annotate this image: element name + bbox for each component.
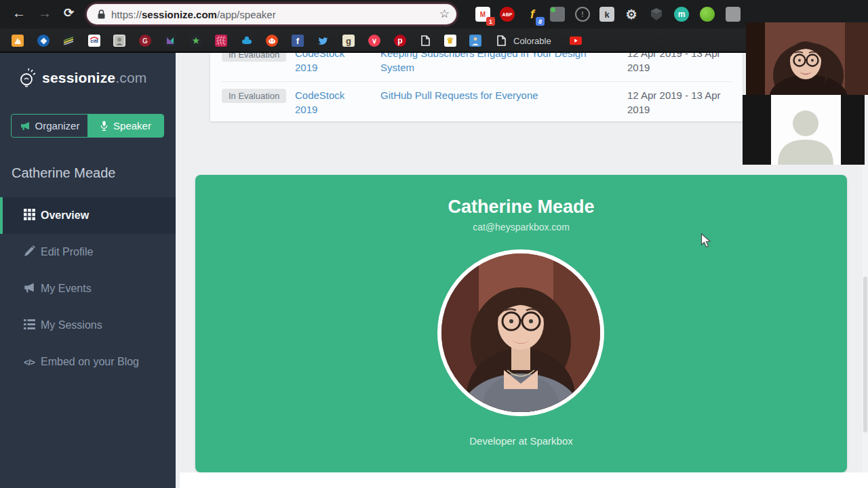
- citi-arc: [90, 36, 99, 40]
- organizer-label: Organizer: [35, 120, 80, 131]
- flash-letter: f: [530, 7, 534, 22]
- status-badge: In Evaluation: [222, 89, 286, 103]
- bookmark-woven-pattern-icon[interactable]: [215, 35, 227, 47]
- goodreads-letter: g: [346, 36, 351, 46]
- bookmark-franklin-portrait-icon[interactable]: [113, 35, 125, 47]
- gmail-extension-icon[interactable]: M 1: [475, 7, 490, 22]
- event-link[interactable]: CodeStock 2019: [295, 53, 356, 75]
- address-bar[interactable]: https://sessionize.com/app/speaker ☆: [87, 4, 456, 24]
- bookmark-eagle-logo-icon[interactable]: [241, 35, 253, 47]
- bookmarks-bar: citi G ★: [0, 28, 868, 53]
- adblock-extension-icon[interactable]: ABP: [500, 7, 515, 22]
- mountain-glyph: [14, 37, 22, 45]
- bookmark-crown-site-icon[interactable]: ♛: [444, 35, 456, 47]
- bookmark-colorable-label[interactable]: Colorable: [513, 36, 551, 46]
- list-icon: [22, 319, 36, 332]
- event-link[interactable]: CodeStock 2019: [295, 88, 356, 117]
- back-icon[interactable]: ←: [12, 5, 26, 21]
- portrait-glyph: [115, 36, 124, 45]
- alert-extension-icon[interactable]: !: [575, 7, 590, 22]
- session-title-link[interactable]: GitHub Pull Requests for Everyone: [380, 88, 597, 102]
- role-toggle: Organizer Speaker: [11, 114, 164, 138]
- m-letter: m: [678, 9, 686, 19]
- gear-glyph: ⚙: [625, 7, 637, 22]
- sidebar-item-label: My Events: [41, 283, 92, 295]
- gear-extension-icon[interactable]: ⚙: [624, 7, 639, 22]
- green-star-glyph: ★: [193, 36, 200, 45]
- sidebar: sessionize.com Organizer Speaker Catheri…: [0, 53, 176, 488]
- bookmark-pinterest-icon[interactable]: p: [394, 35, 406, 47]
- page-glyph: [497, 35, 506, 46]
- megaphone-icon: [22, 283, 36, 296]
- sidebar-nav: Overview Edit Profile My Events: [0, 197, 176, 380]
- capture-dot: [551, 7, 555, 12]
- lightbulb-icon: [18, 68, 37, 88]
- microphone-icon: [100, 121, 108, 131]
- abp-letters: ABP: [502, 12, 513, 17]
- bookmark-star-icon[interactable]: ☆: [439, 7, 450, 21]
- bookmark-star-logo-icon[interactable]: ★: [190, 35, 202, 47]
- pocket-chevron-glyph: ∨: [372, 37, 377, 45]
- inactive-extension-icon[interactable]: [726, 7, 741, 22]
- sidebar-item-label: Overview: [41, 209, 89, 222]
- bookmark-citi-icon[interactable]: citi: [88, 35, 100, 47]
- box-glyph: [650, 7, 663, 21]
- bookmark-goodreads-icon[interactable]: g: [342, 35, 355, 47]
- bookmark-facebook-icon[interactable]: f: [292, 35, 304, 47]
- refresh-icon[interactable]: ⟳: [64, 5, 74, 20]
- bookmark-twitter-icon[interactable]: [317, 35, 329, 47]
- green-extension-icon[interactable]: [700, 7, 715, 22]
- session-title-link[interactable]: Keeping Subscribers Engaged in Your Desi…: [380, 53, 597, 75]
- capture-extension-icon[interactable]: [550, 7, 565, 22]
- facebook-letter: f: [296, 36, 299, 46]
- k-letter: k: [604, 9, 609, 20]
- eagle-glyph: [241, 35, 252, 46]
- person-photo-glyph: [471, 36, 480, 45]
- sidebar-item-label: Embed on your Blog: [41, 356, 139, 368]
- sidebar-item-my-events[interactable]: My Events: [0, 270, 176, 307]
- bookmark-reddit-icon[interactable]: [266, 35, 278, 47]
- screen: ← → ⟳ https://sessionize.com/app/speaker…: [0, 0, 868, 488]
- organizer-button[interactable]: Organizer: [12, 115, 87, 137]
- speaker-button[interactable]: Speaker: [87, 115, 163, 137]
- sidebar-item-embed-blog[interactable]: </> Embed on your Blog: [0, 344, 176, 380]
- sessionize-logo[interactable]: sessionize.com: [18, 68, 147, 88]
- box-extension-icon[interactable]: [649, 7, 664, 22]
- m-extension-icon[interactable]: m: [674, 7, 689, 22]
- pinterest-letter: p: [397, 36, 402, 45]
- k-extension-icon[interactable]: k: [599, 7, 614, 22]
- forward-icon[interactable]: →: [38, 5, 52, 21]
- event-dates: 12 Apr 2019 - 13 Apr 2019: [627, 53, 729, 75]
- mouse-cursor: [701, 233, 712, 251]
- sidebar-user-name: Catherine Meade: [12, 165, 115, 181]
- hourglass-glyph: [166, 37, 174, 45]
- sidebar-item-my-sessions[interactable]: My Sessions: [0, 307, 176, 344]
- person-silhouette-icon: [771, 95, 841, 165]
- flash-extension-icon[interactable]: f 8: [525, 7, 540, 22]
- profile-name: Catherine Meade: [195, 197, 847, 218]
- next-section-card: [180, 472, 868, 488]
- logo-text: sessionize.com: [42, 70, 147, 86]
- bookmark-youtube-icon[interactable]: [570, 35, 582, 47]
- sidebar-item-edit-profile[interactable]: Edit Profile: [0, 234, 176, 270]
- megaphone-icon: [20, 121, 31, 131]
- bookmark-g-badge-icon[interactable]: G: [139, 35, 151, 47]
- scrollbar-thumb[interactable]: [863, 277, 867, 432]
- presenter-video: [746, 22, 868, 95]
- crown-glyph: ♛: [447, 36, 454, 45]
- youtube-glyph: [570, 36, 582, 45]
- gmail-letter: M: [480, 11, 486, 18]
- bookmark-pocket-icon[interactable]: ∨: [368, 35, 380, 47]
- profile-email[interactable]: cat@heysparkbox.com: [195, 222, 847, 232]
- sidebar-item-label: Edit Profile: [41, 246, 93, 258]
- bookmark-striped-card-icon[interactable]: [62, 35, 75, 47]
- bookmark-profile-person-icon[interactable]: [469, 35, 481, 47]
- bookmark-orange-logo-icon[interactable]: [12, 35, 24, 47]
- bookmark-colorable-page-icon[interactable]: [495, 35, 507, 47]
- bookmark-page-icon[interactable]: [419, 35, 431, 47]
- alert-mark: !: [581, 11, 583, 18]
- bookmark-hourglass-logo-icon[interactable]: [164, 35, 176, 47]
- bookmark-chase-bank-icon[interactable]: [37, 35, 50, 47]
- grid-icon: [22, 209, 36, 223]
- sidebar-item-overview[interactable]: Overview: [0, 197, 176, 234]
